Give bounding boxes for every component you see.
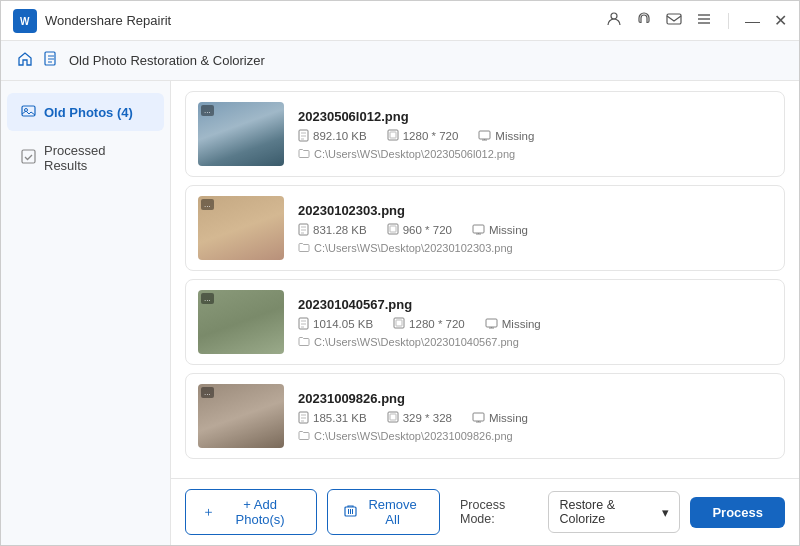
- old-photos-icon: [21, 103, 36, 121]
- photo-name: 20230102303.png: [298, 203, 772, 218]
- sidebar-item-old-photos[interactable]: Old Photos (4): [7, 93, 164, 131]
- photo-path: C:\Users\WS\Desktop\202301040567.png: [298, 336, 772, 348]
- photo-meta: 185.31 KB 329 * 328 Missing: [298, 411, 772, 426]
- photo-list: ... 20230506l012.png 892.10 KB: [171, 81, 799, 478]
- photo-name: 20231009826.png: [298, 391, 772, 406]
- photo-item[interactable]: ... 20231009826.png 185.31 KB: [185, 373, 785, 459]
- file-icon: [298, 317, 309, 332]
- photo-path: C:\Users\WS\Desktop\20230506l012.png: [298, 148, 772, 160]
- svg-rect-13: [390, 132, 396, 138]
- svg-rect-26: [486, 319, 497, 327]
- dimensions: 1280 * 720: [393, 317, 465, 331]
- dimensions-icon: [393, 317, 405, 331]
- trash-icon: [344, 504, 357, 520]
- svg-rect-32: [473, 413, 484, 421]
- svg-rect-24: [394, 318, 404, 328]
- svg-rect-8: [22, 106, 35, 116]
- photo-path: C:\Users\WS\Desktop\20231009826.png: [298, 430, 772, 442]
- photo-meta: 831.28 KB 960 * 720 Missing: [298, 223, 772, 238]
- file-size: 831.28 KB: [298, 223, 367, 238]
- file-icon: [298, 223, 309, 238]
- folder-icon: [298, 148, 310, 160]
- thumb-overlay: ...: [201, 105, 214, 116]
- file-icon: [298, 129, 309, 144]
- photo-info: 20230506l012.png 892.10 KB 1280 * 720: [298, 109, 772, 160]
- svg-rect-19: [390, 226, 396, 232]
- folder-icon: [298, 430, 310, 442]
- processed-results-icon: [21, 149, 36, 167]
- monitor-icon: [472, 412, 485, 425]
- sidebar-old-photos-label: Old Photos (4): [44, 105, 133, 120]
- mail-icon[interactable]: [666, 11, 682, 30]
- photo-path: C:\Users\WS\Desktop\20230102303.png: [298, 242, 772, 254]
- add-photos-button[interactable]: ＋ + Add Photo(s): [185, 489, 317, 535]
- file-size: 185.31 KB: [298, 411, 367, 426]
- dimensions-icon: [387, 411, 399, 425]
- title-bar-left: W Wondershare Repairit: [13, 9, 171, 33]
- dimensions-icon: [387, 223, 399, 237]
- photo-thumbnail: ...: [198, 384, 284, 448]
- photo-item[interactable]: ... 20230506l012.png 892.10 KB: [185, 91, 785, 177]
- user-icon[interactable]: [606, 11, 622, 30]
- photo-thumbnail: ...: [198, 196, 284, 260]
- status-badge: Missing: [485, 318, 541, 331]
- sidebar-processed-label: Processed Results: [44, 143, 150, 173]
- folder-icon: [298, 242, 310, 254]
- dimensions: 1280 * 720: [387, 129, 459, 143]
- chevron-down-icon: ▾: [662, 505, 669, 520]
- svg-text:W: W: [20, 16, 30, 27]
- svg-rect-18: [388, 224, 398, 234]
- menu-icon[interactable]: [696, 11, 712, 30]
- main-layout: Old Photos (4) Processed Results ... 202…: [1, 81, 799, 545]
- photo-meta: 1014.05 KB 1280 * 720 Missing: [298, 317, 772, 332]
- dimensions: 329 * 328: [387, 411, 452, 425]
- status-badge: Missing: [472, 224, 528, 237]
- svg-rect-31: [390, 414, 396, 420]
- close-icon[interactable]: ✕: [774, 11, 787, 30]
- remove-label: Remove All: [362, 497, 423, 527]
- svg-rect-25: [396, 320, 402, 326]
- photo-item[interactable]: ... 20230102303.png 831.28 KB: [185, 185, 785, 271]
- remove-all-button[interactable]: Remove All: [327, 489, 440, 535]
- svg-rect-30: [388, 412, 398, 422]
- thumb-overlay: ...: [201, 387, 214, 398]
- photo-item[interactable]: ... 202301040567.png 1014.05 KB: [185, 279, 785, 365]
- folder-icon: [298, 336, 310, 348]
- process-mode-value: Restore & Colorize: [559, 498, 657, 526]
- file-icon: [298, 411, 309, 426]
- monitor-icon: [478, 130, 491, 143]
- thumb-overlay: ...: [201, 293, 214, 304]
- monitor-icon: [472, 224, 485, 237]
- photo-thumbnail: ...: [198, 102, 284, 166]
- svg-rect-20: [473, 225, 484, 233]
- photo-info: 20230102303.png 831.28 KB 960 * 720: [298, 203, 772, 254]
- minimize-icon[interactable]: —: [745, 12, 760, 29]
- process-mode-label: Process Mode:: [460, 498, 538, 526]
- add-label: + Add Photo(s): [220, 497, 300, 527]
- title-bar: W Wondershare Repairit — ✕: [1, 1, 799, 41]
- app-title: Wondershare Repairit: [45, 13, 171, 28]
- status-badge: Missing: [472, 412, 528, 425]
- thumb-overlay: ...: [201, 199, 214, 210]
- svg-rect-14: [479, 131, 490, 139]
- process-button[interactable]: Process: [690, 497, 785, 528]
- home-icon[interactable]: [17, 51, 33, 71]
- svg-rect-3: [667, 14, 681, 24]
- sidebar-item-processed-results[interactable]: Processed Results: [7, 133, 164, 183]
- content-area: ... 20230506l012.png 892.10 KB: [171, 81, 799, 545]
- photo-thumbnail: ...: [198, 290, 284, 354]
- photo-meta: 892.10 KB 1280 * 720 Missing: [298, 129, 772, 144]
- photo-name: 20230506l012.png: [298, 109, 772, 124]
- breadcrumb-page-label: Old Photo Restoration & Colorizer: [69, 53, 265, 68]
- file-size: 1014.05 KB: [298, 317, 373, 332]
- process-mode-select[interactable]: Restore & Colorize ▾: [548, 491, 680, 533]
- photo-name: 202301040567.png: [298, 297, 772, 312]
- headset-icon[interactable]: [636, 11, 652, 30]
- photo-info: 202301040567.png 1014.05 KB 1280 * 720: [298, 297, 772, 348]
- app-logo: W: [13, 9, 37, 33]
- dimensions: 960 * 720: [387, 223, 452, 237]
- svg-point-2: [611, 13, 617, 19]
- svg-rect-12: [388, 130, 398, 140]
- add-icon: ＋: [202, 503, 215, 521]
- breadcrumb-bar: Old Photo Restoration & Colorizer: [1, 41, 799, 81]
